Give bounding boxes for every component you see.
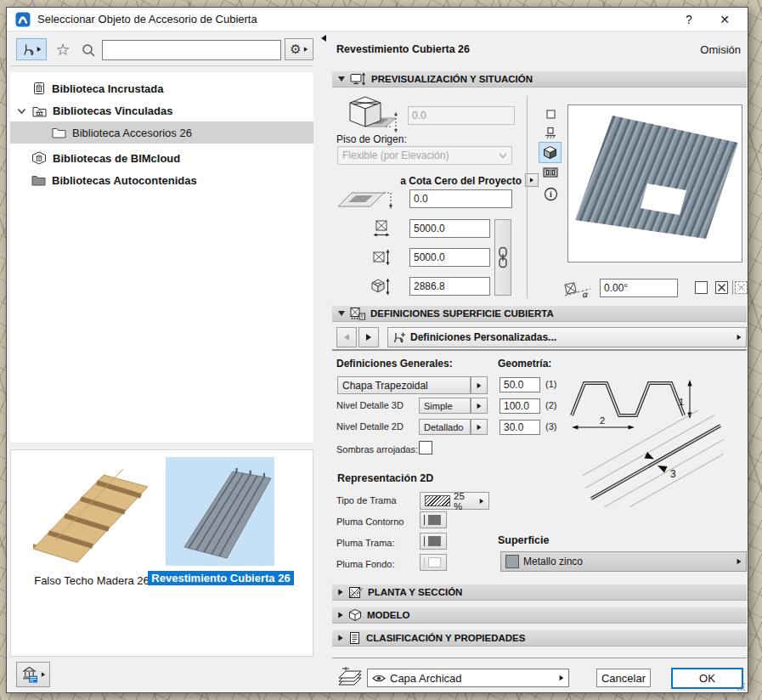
preview-ghost-checkbox[interactable]: [735, 281, 748, 294]
custom-settings-icon: [392, 330, 406, 344]
sombras-checkbox[interactable]: [419, 441, 432, 454]
tipo-trama-dropdown[interactable]: 25 %: [420, 492, 489, 510]
view-2d-symbol-button[interactable]: [543, 108, 558, 120]
pluma-trama-button[interactable]: [420, 533, 447, 550]
pluma-fondo-label: Pluma Fondo:: [336, 559, 394, 569]
custom-settings-label: Definiciones Personalizadas...: [410, 331, 732, 343]
settings-button[interactable]: ⚙: [285, 38, 313, 60]
collapse-triangle-icon: [338, 589, 342, 595]
search-input[interactable]: [102, 40, 281, 60]
geometry-3-input[interactable]: [500, 420, 540, 435]
view-animation-button[interactable]: [541, 166, 560, 179]
ok-button[interactable]: OK: [671, 668, 743, 689]
rotation-angle-input[interactable]: [600, 279, 678, 297]
geometry-2-input[interactable]: [500, 398, 540, 414]
omission-label: Omisión: [700, 43, 741, 56]
superficie-value: Metallo zinco: [523, 556, 732, 567]
rotation-angle-icon: α: [563, 279, 595, 298]
tree-item-biblioteca-accesorios[interactable]: Biblioteca Accesorios 26: [10, 121, 313, 144]
cancel-button[interactable]: Cancelar: [596, 669, 651, 687]
height-dimension-icon: [373, 249, 391, 266]
object-elevation-icon: [343, 94, 401, 133]
detalle-2d-value: Detallado: [424, 422, 466, 432]
section-header-previsualizacion[interactable]: PREVISUALIZACIÓN Y SITUACIÓN: [332, 71, 747, 88]
pen-color-swatch: [428, 557, 441, 567]
profile-type-dropdown[interactable]: Chapa Trapezoidal: [337, 376, 471, 394]
embedded-library-icon: [32, 82, 46, 95]
height-input[interactable]: [409, 248, 490, 267]
tree-item-label: Bibliotecas Vinculadas: [53, 104, 172, 117]
thumbnail-label[interactable]: Falso Techo Madera 26: [21, 574, 162, 587]
checkbox-x-dashed-icon: [736, 282, 747, 293]
view-info-button[interactable]: i: [542, 185, 559, 202]
definiciones-generales-label: Definiciones Generales:: [336, 358, 453, 370]
preview-divider: [527, 96, 528, 298]
next-preset-button[interactable]: [358, 327, 379, 347]
info-icon: i: [544, 187, 558, 201]
elevation-size-input[interactable]: [409, 277, 490, 296]
surface-definitions-icon: [350, 307, 365, 320]
preview-hatch-checkbox[interactable]: [715, 281, 728, 294]
object-name-heading: Revestimiento Cubierta 26: [336, 43, 470, 55]
view-3d-button[interactable]: [539, 142, 562, 163]
close-button[interactable]: ✕: [710, 9, 739, 30]
checkbox-x-icon: [716, 282, 727, 293]
help-button[interactable]: ?: [675, 9, 703, 30]
square-icon: [546, 110, 556, 119]
section-header-planta-seccion[interactable]: PLANTA Y SECCIÓN: [332, 584, 747, 601]
flyout-arrow-icon: [304, 47, 308, 52]
section-header-modelo[interactable]: MODELO: [332, 607, 747, 624]
superficie-dropdown[interactable]: Metallo zinco: [500, 551, 747, 572]
flyout-arrow-icon: [477, 424, 482, 429]
library-manager-button[interactable]: [16, 662, 50, 687]
previous-preset-button[interactable]: [336, 327, 357, 347]
tree-item-linked-libraries[interactable]: Bibliotecas Vinculadas: [10, 99, 313, 121]
object-type-filter-button[interactable]: [16, 38, 47, 60]
detalle-3d-dropdown[interactable]: Simple: [419, 398, 471, 414]
thickness-dimension-icon: [370, 278, 391, 296]
section-header-definiciones[interactable]: DEFINICIONES SUPERFICIE CUBIERTA: [332, 305, 747, 322]
detalle-2d-menu-button[interactable]: [471, 419, 488, 435]
tree-item-embedded-library[interactable]: Biblioteca Incrustada: [10, 77, 313, 99]
archicad-logo-icon: [15, 12, 31, 27]
section-header-clasificacion[interactable]: CLASIFICACIÓN Y PROPIEDADES: [332, 629, 747, 646]
thumbnail-falso-techo[interactable]: Falso Techo Madera 26: [21, 464, 162, 587]
profile-type-menu-button[interactable]: [471, 376, 488, 394]
collapse-panel-handle[interactable]: [321, 35, 326, 42]
width-input[interactable]: [409, 219, 490, 238]
chevron-expanded-icon[interactable]: [17, 106, 26, 116]
svg-text:i: i: [550, 189, 552, 199]
detalle-3d-menu-button[interactable]: [471, 398, 488, 414]
detalle-2d-dropdown[interactable]: Detallado: [419, 419, 471, 435]
view-front-button[interactable]: [541, 126, 560, 140]
thumbnail-label-selected[interactable]: Revestimiento Cubierta 26: [148, 571, 293, 585]
layers-icon: [337, 666, 363, 687]
revestimiento-preview-image: [167, 460, 273, 562]
geometry-1-input[interactable]: [500, 377, 540, 392]
geometria-label: Geometría:: [498, 358, 551, 370]
pluma-fondo-button[interactable]: [420, 554, 447, 571]
nav-row-divider: [332, 349, 747, 351]
tree-item-bimcloud-libraries[interactable]: Bibliotecas de BIMcloud: [10, 147, 313, 169]
collapse-triangle-icon: [338, 311, 345, 316]
flyout-arrow-icon: [477, 382, 482, 387]
object-3d-preview[interactable]: [567, 104, 742, 262]
layer-dropdown[interactable]: Capa Archicad: [367, 669, 569, 687]
object-elevation-input: [408, 106, 515, 125]
geometry-2-tag: (2): [545, 400, 556, 410]
tipo-trama-value: 25 %: [454, 491, 476, 511]
pluma-contorno-button[interactable]: [420, 511, 447, 528]
svg-text:α: α: [582, 290, 589, 298]
favorites-button[interactable]: ☆: [52, 38, 74, 60]
pluma-trama-label: Pluma Trama:: [336, 538, 394, 548]
cota-cero-input[interactable]: [409, 189, 512, 208]
mirror-checkbox[interactable]: [695, 281, 708, 294]
link-dimensions-button[interactable]: [494, 219, 511, 296]
resize-grip[interactable]: [737, 682, 746, 691]
collapse-triangle-icon: [338, 612, 342, 618]
profile-type-value: Chapa Trapezoidal: [342, 380, 466, 392]
thumbnail-revestimiento-cubierta[interactable]: Revestimiento Cubierta 26: [166, 457, 276, 585]
custom-settings-dropdown[interactable]: Definiciones Personalizadas...: [387, 327, 747, 347]
plan-section-icon: [348, 586, 363, 599]
detalle-2d-label: Nivel Detalle 2D: [336, 421, 404, 432]
